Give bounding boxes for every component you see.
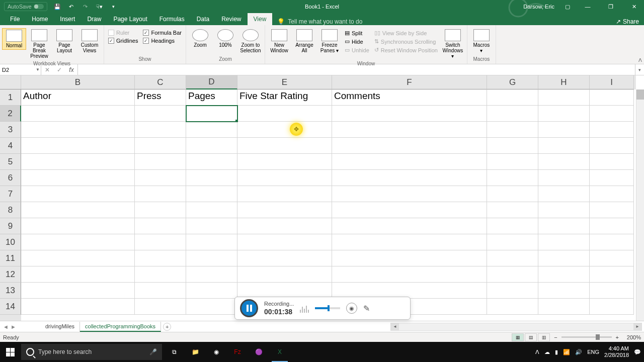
cell-B2[interactable]	[21, 106, 135, 122]
cell-B5[interactable]	[21, 154, 135, 170]
snagit-icon[interactable]: 🟣	[249, 342, 269, 362]
cell-I12[interactable]	[590, 266, 634, 283]
cell-G10[interactable]	[487, 234, 538, 250]
cell-G4[interactable]	[487, 138, 538, 154]
cell-H4[interactable]	[538, 138, 590, 154]
cell-I4[interactable]	[590, 138, 634, 154]
ribbon-options-icon[interactable]: ▢	[560, 0, 575, 13]
row-header-9[interactable]: 9	[0, 218, 21, 234]
cell-D6[interactable]	[186, 170, 237, 186]
cell-C9[interactable]	[135, 218, 186, 234]
pause-recording-button[interactable]	[240, 299, 258, 317]
cell-D14[interactable]	[186, 299, 237, 315]
name-box-dropdown-icon[interactable]: ▼	[36, 67, 40, 72]
cell-H2[interactable]	[538, 106, 590, 122]
cell-I9[interactable]	[590, 218, 634, 234]
cell-I14[interactable]	[590, 299, 634, 315]
cell-H13[interactable]	[538, 283, 590, 299]
share-button[interactable]: ↗ Share	[616, 18, 639, 25]
cell-E7[interactable]	[237, 186, 332, 202]
sheet-next-icon[interactable]: ►	[11, 324, 16, 330]
cell-B1[interactable]: Author	[21, 89, 135, 106]
cell-F11[interactable]	[332, 250, 487, 266]
cell-H5[interactable]	[538, 154, 590, 170]
cell-C5[interactable]	[135, 154, 186, 170]
view-normal-icon[interactable]: ▦	[512, 333, 524, 341]
zoom-100-button[interactable]: 100%	[213, 28, 237, 49]
row-header-1[interactable]: 1	[0, 89, 21, 106]
cell-E3[interactable]	[237, 122, 332, 138]
wifi-icon[interactable]: 📶	[563, 349, 570, 355]
cell-B9[interactable]	[21, 218, 135, 234]
cell-G1[interactable]	[487, 89, 538, 106]
cell-G13[interactable]	[487, 283, 538, 299]
hide-button[interactable]: ▭Hide	[344, 38, 370, 45]
cell-C10[interactable]	[135, 234, 186, 250]
cell-E10[interactable]	[237, 234, 332, 250]
cell-I6[interactable]	[590, 170, 634, 186]
sheet-tab-collectedprogrammingbooks[interactable]: collectedProgrammingBooks	[80, 322, 161, 332]
page-layout-button[interactable]: Page Layout	[52, 28, 76, 54]
cell-F2[interactable]	[332, 106, 487, 122]
cell-B8[interactable]	[21, 202, 135, 218]
cell-F7[interactable]	[332, 186, 487, 202]
cell-B11[interactable]	[21, 250, 135, 266]
cell-I1[interactable]	[590, 89, 634, 106]
freeze-panes-button[interactable]: Freeze Panes ▾	[317, 28, 342, 54]
sheet-prev-icon[interactable]: ◄	[3, 324, 9, 330]
col-header-H[interactable]: H	[538, 75, 590, 89]
close-button[interactable]: ✕	[624, 0, 644, 13]
view-page-break-icon[interactable]: ▥	[538, 333, 550, 341]
collapse-ribbon-icon[interactable]: ᐱ	[638, 57, 642, 63]
maximize-button[interactable]: ❐	[601, 0, 621, 13]
custom-views-button[interactable]: Custom Views	[77, 28, 102, 54]
cell-H8[interactable]	[538, 202, 590, 218]
cell-C13[interactable]	[135, 283, 186, 299]
hscroll-right-icon[interactable]: ►	[633, 323, 641, 330]
start-button[interactable]	[0, 342, 20, 362]
cell-D4[interactable]	[186, 138, 237, 154]
touch-mode-icon[interactable]: ☟▾	[96, 3, 104, 11]
cell-D8[interactable]	[186, 202, 237, 218]
undo-icon[interactable]: ↶	[67, 3, 75, 11]
cell-E2[interactable]	[237, 106, 332, 122]
cell-F8[interactable]	[332, 202, 487, 218]
cell-C1[interactable]: Press	[135, 89, 186, 106]
cell-F6[interactable]	[332, 170, 487, 186]
cell-G6[interactable]	[487, 170, 538, 186]
annotate-icon[interactable]: ✎	[363, 304, 370, 313]
mic-icon[interactable]: 🎤	[149, 348, 157, 355]
cell-D5[interactable]	[186, 154, 237, 170]
col-header-C[interactable]: C	[135, 75, 186, 89]
cell-C3[interactable]	[135, 122, 186, 138]
cell-I3[interactable]	[590, 122, 634, 138]
cell-G7[interactable]	[487, 186, 538, 202]
row-header-4[interactable]: 4	[0, 138, 21, 154]
cell-C4[interactable]	[135, 138, 186, 154]
save-icon[interactable]: 💾	[53, 3, 61, 11]
cell-G12[interactable]	[487, 266, 538, 283]
scroll-thumb[interactable]	[636, 89, 644, 100]
row-header-5[interactable]: 5	[0, 154, 21, 170]
cell-G3[interactable]	[487, 122, 538, 138]
col-header-I[interactable]: I	[590, 75, 634, 89]
cell-E4[interactable]	[237, 138, 332, 154]
page-break-button[interactable]: Page Break Preview	[27, 28, 51, 60]
cell-I8[interactable]	[590, 202, 634, 218]
screen-recorder-overlay[interactable]: Recording... 00:01:38 ◉ ✎	[234, 297, 411, 320]
cell-D12[interactable]	[186, 266, 237, 283]
row-header-8[interactable]: 8	[0, 202, 21, 218]
cell-C7[interactable]	[135, 186, 186, 202]
cell-D3[interactable]	[186, 122, 237, 138]
tab-page-layout[interactable]: Page Layout	[107, 13, 153, 25]
tab-data[interactable]: Data	[191, 13, 215, 25]
cell-C2[interactable]	[135, 106, 186, 122]
cell-G11[interactable]	[487, 250, 538, 266]
zoom-button[interactable]: Zoom	[188, 28, 212, 49]
chrome-icon[interactable]: ◉	[206, 342, 226, 362]
cell-F12[interactable]	[332, 266, 487, 283]
cell-I13[interactable]	[590, 283, 634, 299]
cell-H6[interactable]	[538, 170, 590, 186]
cell-B14[interactable]	[21, 299, 135, 315]
normal-view-button[interactable]: Normal	[2, 28, 26, 50]
